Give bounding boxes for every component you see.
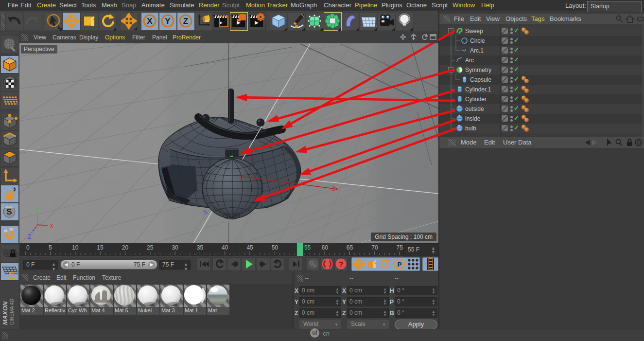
svg-text:45: 45 [246,244,253,251]
svg-text:Z: Z [28,233,31,240]
svg-text:60: 60 [322,244,329,251]
svg-text:75: 75 [397,244,403,251]
svg-text:P: P [398,261,402,268]
svg-text:65: 65 [347,244,353,251]
svg-text:35: 35 [197,244,204,251]
svg-text:40: 40 [222,244,228,251]
svg-text:55: 55 [304,244,311,251]
svg-text:15: 15 [97,244,104,251]
svg-text:20: 20 [122,244,129,251]
svg-text:70: 70 [371,244,378,251]
svg-text:CINEMA 4D: CINEMA 4D [9,299,15,325]
svg-text:X: X [50,223,53,230]
svg-text:10: 10 [72,244,79,251]
svg-text:MAXON: MAXON [1,301,9,325]
svg-text:5: 5 [49,244,52,251]
svg-text:30: 30 [172,244,178,251]
svg-text:Y: Y [35,207,39,214]
svg-text:0: 0 [26,244,30,251]
svg-text:?: ? [339,260,343,268]
svg-text:X: X [147,17,153,26]
svg-text:25: 25 [147,244,154,251]
svg-text:Z: Z [183,17,188,26]
svg-text:Y: Y [165,17,171,26]
svg-text:50: 50 [272,244,278,251]
